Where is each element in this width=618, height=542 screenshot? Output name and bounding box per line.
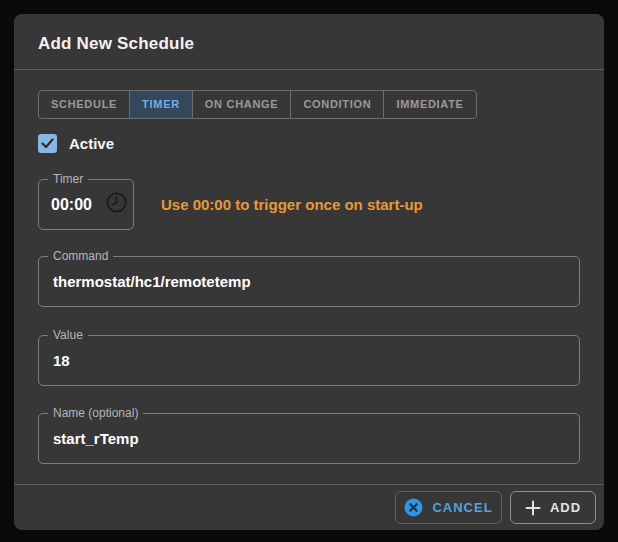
name-field-label: Name (optional) <box>48 406 143 421</box>
command-field: Command <box>38 256 580 307</box>
add-button-label: ADD <box>550 500 581 515</box>
timer-hint-text: Use 00:00 to trigger once on start-up <box>161 196 423 213</box>
tab-on-change[interactable]: ON CHANGE <box>192 91 291 118</box>
command-input[interactable] <box>53 273 565 290</box>
value-field: Value <box>38 335 580 386</box>
add-button[interactable]: ADD <box>510 491 596 524</box>
value-input[interactable] <box>53 352 565 369</box>
clock-icon[interactable] <box>105 191 128 218</box>
cancel-button[interactable]: CANCEL <box>395 491 502 524</box>
tab-immediate[interactable]: IMMEDIATE <box>383 91 475 118</box>
active-checkbox[interactable] <box>38 134 57 153</box>
checkmark-icon <box>41 138 54 149</box>
timer-input[interactable] <box>51 196 103 214</box>
dialog-content: SCHEDULE TIMER ON CHANGE CONDITION IMMED… <box>14 70 604 484</box>
timer-row: Timer Use 00:00 to trigger once on start… <box>38 179 580 230</box>
cancel-button-label: CANCEL <box>432 500 492 515</box>
schedule-type-tab-group: SCHEDULE TIMER ON CHANGE CONDITION IMMED… <box>38 90 477 119</box>
tab-condition[interactable]: CONDITION <box>290 91 383 118</box>
name-field: Name (optional) <box>38 413 580 464</box>
active-checkbox-label: Active <box>69 135 114 152</box>
name-input[interactable] <box>53 430 565 447</box>
dialog-header: Add New Schedule <box>14 14 604 69</box>
cancel-circle-icon <box>404 498 423 517</box>
timer-field-label: Timer <box>48 172 88 187</box>
dialog-actions: CANCEL ADD <box>14 485 604 530</box>
tab-timer[interactable]: TIMER <box>129 91 192 118</box>
backdrop: Add New Schedule SCHEDULE TIMER ON CHANG… <box>0 0 618 542</box>
value-field-label: Value <box>48 328 88 343</box>
add-schedule-dialog: Add New Schedule SCHEDULE TIMER ON CHANG… <box>14 14 604 530</box>
tab-schedule[interactable]: SCHEDULE <box>39 91 129 118</box>
command-field-label: Command <box>48 249 113 264</box>
dialog-title: Add New Schedule <box>38 34 580 54</box>
plus-icon <box>525 500 541 516</box>
active-row: Active <box>38 133 580 153</box>
timer-field: Timer <box>38 179 134 230</box>
